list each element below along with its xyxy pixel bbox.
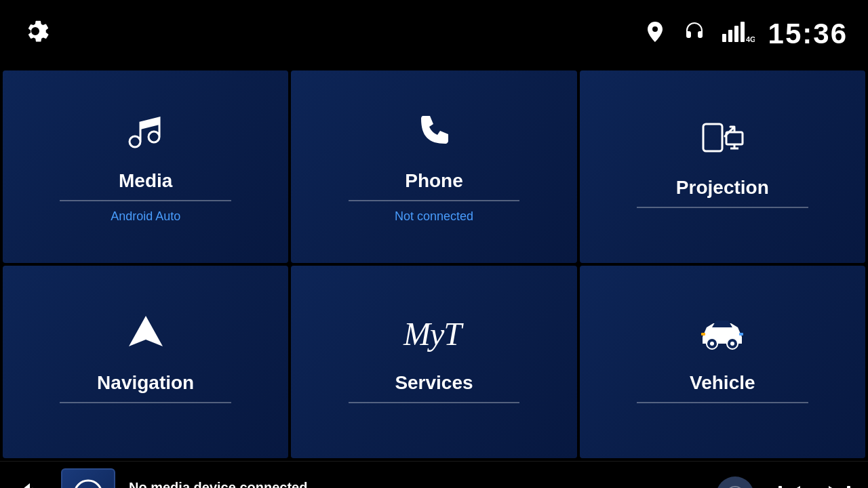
tile-phone-title: Phone xyxy=(405,170,463,192)
top-bar-left xyxy=(20,16,50,52)
navigation-arrow-icon xyxy=(125,312,166,361)
tile-media[interactable]: Media Android Auto xyxy=(3,70,288,263)
volume-icon[interactable] xyxy=(14,479,47,488)
svg-rect-16 xyxy=(701,333,705,336)
media-title: No media device connected xyxy=(129,480,703,488)
nav-status-icon xyxy=(642,19,668,49)
carplay-button[interactable] xyxy=(716,476,754,489)
tile-projection-title: Projection xyxy=(676,177,769,199)
svg-rect-26 xyxy=(847,486,850,489)
tile-services[interactable]: MyT Services xyxy=(291,266,576,458)
tile-navigation-divider xyxy=(60,402,231,403)
tile-media-title: Media xyxy=(119,170,172,192)
svg-rect-6 xyxy=(726,132,743,144)
phone-icon xyxy=(414,110,454,159)
main-grid: Media Android Auto Phone Not connected xyxy=(0,68,868,461)
clock-display: 15:36 xyxy=(768,18,848,50)
tile-vehicle-title: Vehicle xyxy=(690,372,755,394)
svg-marker-9 xyxy=(129,316,163,346)
svg-point-14 xyxy=(730,342,734,346)
svg-marker-17 xyxy=(18,483,30,488)
bottom-bar: ♪ No media device connected Please conne… xyxy=(0,461,868,488)
prev-track-button[interactable] xyxy=(774,481,804,489)
tile-projection-divider xyxy=(637,207,808,208)
tile-services-divider xyxy=(349,402,520,403)
signal-icon: 4G xyxy=(721,19,755,49)
tile-phone-divider xyxy=(349,200,520,201)
svg-point-13 xyxy=(710,342,714,346)
svg-rect-15 xyxy=(739,333,743,336)
tile-navigation-title: Navigation xyxy=(97,372,194,394)
svg-marker-25 xyxy=(784,486,800,489)
media-thumbnail[interactable]: ♪ xyxy=(61,468,115,489)
next-track-button[interactable] xyxy=(825,481,854,489)
tile-vehicle[interactable]: Vehicle xyxy=(580,266,865,458)
vehicle-icon xyxy=(697,312,748,361)
tile-media-subtitle: Android Auto xyxy=(111,209,180,224)
top-bar: 4G 15:36 xyxy=(0,0,868,68)
svg-rect-0 xyxy=(722,34,726,42)
tile-services-title: Services xyxy=(395,372,473,394)
svg-rect-3 xyxy=(741,22,745,42)
svg-text:MyT: MyT xyxy=(403,316,464,352)
svg-text:4G: 4G xyxy=(746,35,755,43)
svg-rect-24 xyxy=(778,486,782,489)
tile-navigation[interactable]: Navigation xyxy=(3,266,288,458)
tile-phone[interactable]: Phone Not connected xyxy=(291,70,576,263)
svg-rect-1 xyxy=(728,30,732,42)
svg-rect-5 xyxy=(703,124,722,151)
svg-rect-2 xyxy=(734,26,738,42)
settings-icon[interactable] xyxy=(20,16,50,52)
svg-point-18 xyxy=(75,481,102,489)
svg-marker-27 xyxy=(829,486,845,489)
media-info: No media device connected Please connect… xyxy=(129,480,703,488)
media-disc-icon: ♪ xyxy=(72,478,104,489)
top-bar-right: 4G 15:36 xyxy=(642,18,848,50)
projection-icon xyxy=(701,117,745,166)
tile-projection[interactable]: Projection xyxy=(580,70,865,263)
myt-icon: MyT xyxy=(400,312,468,361)
bottom-controls xyxy=(716,476,854,489)
tile-phone-subtitle: Not connected xyxy=(395,209,473,224)
tile-media-divider xyxy=(60,200,231,201)
tile-vehicle-divider xyxy=(637,402,808,403)
headset-icon xyxy=(682,19,707,49)
music-icon xyxy=(125,110,166,159)
